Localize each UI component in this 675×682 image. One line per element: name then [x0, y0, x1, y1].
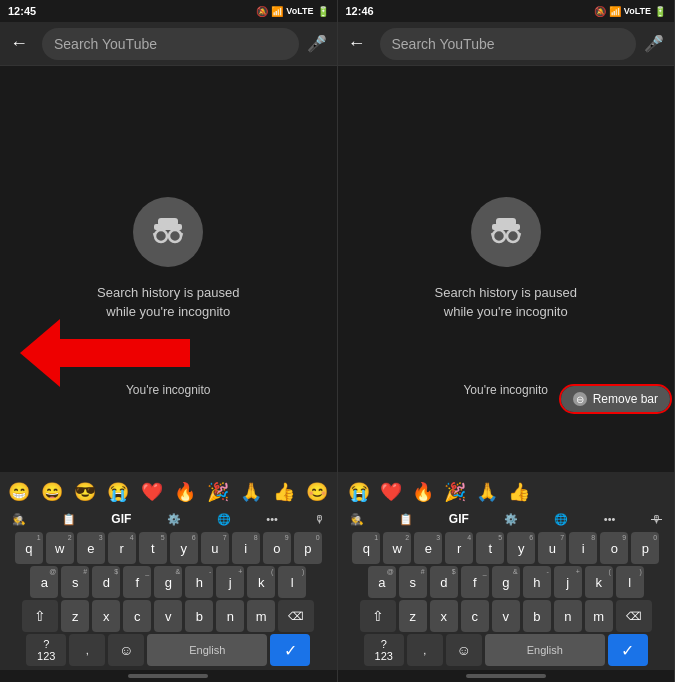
key-r-left[interactable]: r4 — [108, 532, 136, 564]
emoji-cry[interactable]: 😭 — [105, 479, 131, 505]
key-e-left[interactable]: e3 — [77, 532, 105, 564]
key-p-left[interactable]: p0 — [294, 532, 322, 564]
key-e-right[interactable]: e3 — [414, 532, 442, 564]
key-v-left[interactable]: v — [154, 600, 182, 632]
search-input-left[interactable]: Search YouTube — [42, 28, 299, 60]
back-button-left[interactable]: ← — [10, 33, 34, 54]
emoji-fire-r[interactable]: 🔥 — [410, 479, 436, 505]
key-emoji-right[interactable]: ☺ — [446, 634, 482, 666]
key-y-left[interactable]: y6 — [170, 532, 198, 564]
key-b-right[interactable]: b — [523, 600, 551, 632]
key-x-left[interactable]: x — [92, 600, 120, 632]
emoji-cry-r[interactable]: 😭 — [346, 479, 372, 505]
emoji-party-r[interactable]: 🎉 — [442, 479, 468, 505]
key-d-left[interactable]: d$ — [92, 566, 120, 598]
incognito-key-right[interactable]: 🕵 — [346, 511, 368, 528]
key-m-left[interactable]: m — [247, 600, 275, 632]
gif-btn-right[interactable]: GIF — [445, 510, 473, 528]
emoji-smile[interactable]: 😄 — [39, 479, 65, 505]
key-c-right[interactable]: c — [461, 600, 489, 632]
key-delete-right[interactable]: ⌫ — [616, 600, 652, 632]
back-button-right[interactable]: ← — [348, 33, 372, 54]
mic-off-btn-right[interactable]: 🎙 — [647, 511, 666, 527]
emoji-heart-r[interactable]: ❤️ — [378, 479, 404, 505]
key-o-left[interactable]: o9 — [263, 532, 291, 564]
key-123-left[interactable]: ?123 — [26, 634, 66, 666]
key-u-left[interactable]: u7 — [201, 532, 229, 564]
key-f-left[interactable]: f_ — [123, 566, 151, 598]
key-g-right[interactable]: g& — [492, 566, 520, 598]
key-shift-right[interactable]: ⇧ — [360, 600, 396, 632]
key-space-left[interactable]: English — [147, 634, 267, 666]
incognito-key-left[interactable]: 🕵 — [8, 511, 30, 528]
key-s-right[interactable]: s# — [399, 566, 427, 598]
mic-icon-right[interactable]: 🎤 — [644, 34, 664, 53]
key-o-right[interactable]: o9 — [600, 532, 628, 564]
emoji-grin[interactable]: 😁 — [6, 479, 32, 505]
emoji-thumbs-r[interactable]: 👍 — [506, 479, 532, 505]
key-b-left[interactable]: b — [185, 600, 213, 632]
clipboard-btn-right[interactable]: 📋 — [395, 511, 417, 528]
emoji-heart[interactable]: ❤️ — [139, 479, 165, 505]
key-comma-right[interactable]: , — [407, 634, 443, 666]
key-123-right[interactable]: ?123 — [364, 634, 404, 666]
key-t-right[interactable]: t5 — [476, 532, 504, 564]
key-z-right[interactable]: z — [399, 600, 427, 632]
key-t-left[interactable]: t5 — [139, 532, 167, 564]
key-q-right[interactable]: q1 — [352, 532, 380, 564]
key-r-right[interactable]: r4 — [445, 532, 473, 564]
emoji-pray[interactable]: 🙏 — [238, 479, 264, 505]
emoji-cool[interactable]: 😎 — [72, 479, 98, 505]
key-h-left[interactable]: h- — [185, 566, 213, 598]
key-z-left[interactable]: z — [61, 600, 89, 632]
search-input-right[interactable]: Search YouTube — [380, 28, 637, 60]
key-p-right[interactable]: p0 — [631, 532, 659, 564]
mic-off-btn-left[interactable]: 🎙 — [310, 511, 329, 527]
emoji-pray-r[interactable]: 🙏 — [474, 479, 500, 505]
key-j-left[interactable]: j+ — [216, 566, 244, 598]
mic-icon-left[interactable]: 🎤 — [307, 34, 327, 53]
key-v-right[interactable]: v — [492, 600, 520, 632]
key-j-right[interactable]: j+ — [554, 566, 582, 598]
key-s-left[interactable]: s# — [61, 566, 89, 598]
key-y-right[interactable]: y6 — [507, 532, 535, 564]
key-k-right[interactable]: k( — [585, 566, 613, 598]
translate-btn-left[interactable]: 🌐 — [213, 511, 235, 528]
key-n-right[interactable]: n — [554, 600, 582, 632]
key-enter-right[interactable]: ✓ — [608, 634, 648, 666]
key-n-left[interactable]: n — [216, 600, 244, 632]
more-btn-left[interactable]: ••• — [262, 511, 282, 527]
key-a-right[interactable]: a@ — [368, 566, 396, 598]
key-f-right[interactable]: f_ — [461, 566, 489, 598]
key-comma-left[interactable]: , — [69, 634, 105, 666]
key-space-right[interactable]: English — [485, 634, 605, 666]
key-h-right[interactable]: h- — [523, 566, 551, 598]
translate-btn-right[interactable]: 🌐 — [550, 511, 572, 528]
key-u-right[interactable]: u7 — [538, 532, 566, 564]
key-w-left[interactable]: w2 — [46, 532, 74, 564]
key-l-left[interactable]: l) — [278, 566, 306, 598]
key-g-left[interactable]: g& — [154, 566, 182, 598]
key-l-right[interactable]: l) — [616, 566, 644, 598]
more-btn-right[interactable]: ••• — [600, 511, 620, 527]
remove-bar-button[interactable]: ⊖ Remove bar — [561, 386, 670, 412]
key-emoji-left[interactable]: ☺ — [108, 634, 144, 666]
settings-btn-left[interactable]: ⚙️ — [163, 511, 185, 528]
gif-btn-left[interactable]: GIF — [107, 510, 135, 528]
key-i-left[interactable]: i8 — [232, 532, 260, 564]
emoji-blush[interactable]: 😊 — [304, 479, 330, 505]
key-enter-left[interactable]: ✓ — [270, 634, 310, 666]
key-a-left[interactable]: a@ — [30, 566, 58, 598]
key-d-right[interactable]: d$ — [430, 566, 458, 598]
key-i-right[interactable]: i8 — [569, 532, 597, 564]
emoji-fire[interactable]: 🔥 — [172, 479, 198, 505]
settings-btn-right[interactable]: ⚙️ — [500, 511, 522, 528]
key-w-right[interactable]: w2 — [383, 532, 411, 564]
emoji-party[interactable]: 🎉 — [205, 479, 231, 505]
key-x-right[interactable]: x — [430, 600, 458, 632]
clipboard-btn-left[interactable]: 📋 — [58, 511, 80, 528]
key-q-left[interactable]: q1 — [15, 532, 43, 564]
key-shift-left[interactable]: ⇧ — [22, 600, 58, 632]
key-c-left[interactable]: c — [123, 600, 151, 632]
key-m-right[interactable]: m — [585, 600, 613, 632]
